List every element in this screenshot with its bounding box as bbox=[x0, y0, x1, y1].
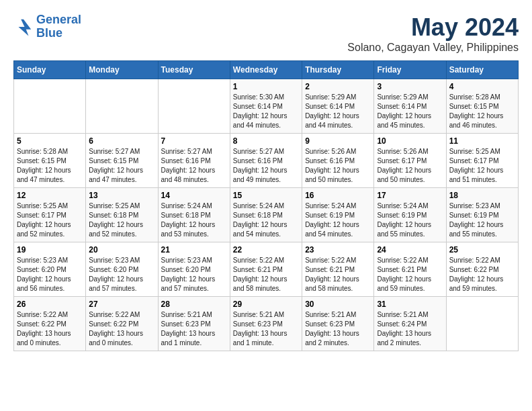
calendar-table: SundayMondayTuesdayWednesdayThursdayFrid… bbox=[13, 60, 519, 351]
day-number: 31 bbox=[377, 300, 443, 309]
calendar-cell: 24Sunrise: 5:22 AMSunset: 6:21 PMDayligh… bbox=[374, 242, 446, 297]
calendar-cell: 26Sunrise: 5:22 AMSunset: 6:22 PMDayligh… bbox=[14, 297, 86, 351]
day-number: 30 bbox=[305, 300, 371, 309]
day-info: Sunrise: 5:25 AMSunset: 6:18 PMDaylight:… bbox=[89, 201, 154, 239]
day-number: 17 bbox=[377, 191, 443, 200]
calendar-cell: 1Sunrise: 5:30 AMSunset: 6:14 PMDaylight… bbox=[230, 79, 302, 134]
calendar-cell: 6Sunrise: 5:27 AMSunset: 6:15 PMDaylight… bbox=[86, 134, 158, 188]
day-number: 27 bbox=[89, 300, 154, 309]
calendar-cell: 12Sunrise: 5:25 AMSunset: 6:17 PMDayligh… bbox=[14, 188, 86, 242]
svg-marker-0 bbox=[19, 19, 32, 36]
calendar-cell: 28Sunrise: 5:21 AMSunset: 6:23 PMDayligh… bbox=[158, 297, 230, 351]
calendar-cell: 3Sunrise: 5:29 AMSunset: 6:14 PMDaylight… bbox=[374, 79, 446, 134]
logo-icon bbox=[13, 17, 34, 37]
day-info: Sunrise: 5:23 AMSunset: 6:19 PMDaylight:… bbox=[449, 201, 515, 239]
day-number: 18 bbox=[449, 191, 515, 200]
calendar-cell: 31Sunrise: 5:21 AMSunset: 6:24 PMDayligh… bbox=[374, 297, 446, 351]
week-row-1: 1Sunrise: 5:30 AMSunset: 6:14 PMDaylight… bbox=[14, 79, 519, 134]
day-info: Sunrise: 5:26 AMSunset: 6:16 PMDaylight:… bbox=[305, 147, 371, 185]
column-header-tuesday: Tuesday bbox=[158, 61, 230, 79]
calendar-cell: 8Sunrise: 5:27 AMSunset: 6:16 PMDaylight… bbox=[230, 134, 302, 188]
calendar-header: SundayMondayTuesdayWednesdayThursdayFrid… bbox=[14, 61, 519, 79]
day-number: 20 bbox=[89, 245, 154, 255]
day-number: 19 bbox=[17, 245, 83, 255]
day-info: Sunrise: 5:23 AMSunset: 6:20 PMDaylight:… bbox=[89, 256, 154, 293]
page-header: General Blue May 2024 Solano, Cagayan Va… bbox=[13, 13, 519, 54]
day-number: 29 bbox=[233, 300, 299, 309]
day-number: 16 bbox=[305, 191, 371, 200]
calendar-cell: 11Sunrise: 5:25 AMSunset: 6:17 PMDayligh… bbox=[446, 134, 518, 188]
week-row-3: 12Sunrise: 5:25 AMSunset: 6:17 PMDayligh… bbox=[14, 188, 519, 242]
calendar-cell: 19Sunrise: 5:23 AMSunset: 6:20 PMDayligh… bbox=[14, 242, 86, 297]
calendar-cell: 4Sunrise: 5:28 AMSunset: 6:15 PMDaylight… bbox=[446, 79, 518, 134]
column-header-sunday: Sunday bbox=[14, 61, 86, 79]
day-number: 24 bbox=[377, 245, 443, 255]
day-number: 21 bbox=[161, 245, 227, 255]
day-info: Sunrise: 5:21 AMSunset: 6:23 PMDaylight:… bbox=[161, 310, 227, 348]
day-info: Sunrise: 5:22 AMSunset: 6:22 PMDaylight:… bbox=[17, 310, 83, 348]
day-info: Sunrise: 5:27 AMSunset: 6:15 PMDaylight:… bbox=[89, 147, 154, 185]
calendar-cell: 27Sunrise: 5:22 AMSunset: 6:22 PMDayligh… bbox=[86, 297, 158, 351]
day-number: 1 bbox=[233, 82, 299, 91]
week-row-4: 19Sunrise: 5:23 AMSunset: 6:20 PMDayligh… bbox=[14, 242, 519, 297]
day-info: Sunrise: 5:24 AMSunset: 6:19 PMDaylight:… bbox=[377, 201, 443, 239]
column-header-saturday: Saturday bbox=[446, 61, 518, 79]
month-title: May 2024 bbox=[347, 13, 519, 42]
logo-text: General Blue bbox=[36, 13, 81, 40]
day-info: Sunrise: 5:24 AMSunset: 6:18 PMDaylight:… bbox=[233, 201, 299, 239]
day-info: Sunrise: 5:25 AMSunset: 6:17 PMDaylight:… bbox=[449, 147, 515, 185]
calendar-cell: 10Sunrise: 5:26 AMSunset: 6:17 PMDayligh… bbox=[374, 134, 446, 188]
day-number: 9 bbox=[305, 136, 371, 146]
day-number: 8 bbox=[233, 136, 299, 146]
title-section: May 2024 Solano, Cagayan Valley, Philipp… bbox=[347, 13, 519, 54]
calendar-cell: 15Sunrise: 5:24 AMSunset: 6:18 PMDayligh… bbox=[230, 188, 302, 242]
calendar-cell: 14Sunrise: 5:24 AMSunset: 6:18 PMDayligh… bbox=[158, 188, 230, 242]
calendar-cell: 20Sunrise: 5:23 AMSunset: 6:20 PMDayligh… bbox=[86, 242, 158, 297]
calendar-cell: 18Sunrise: 5:23 AMSunset: 6:19 PMDayligh… bbox=[446, 188, 518, 242]
day-number: 3 bbox=[377, 82, 443, 91]
day-info: Sunrise: 5:27 AMSunset: 6:16 PMDaylight:… bbox=[161, 147, 227, 185]
calendar-cell: 13Sunrise: 5:25 AMSunset: 6:18 PMDayligh… bbox=[86, 188, 158, 242]
day-number: 28 bbox=[161, 300, 227, 309]
column-header-thursday: Thursday bbox=[302, 61, 374, 79]
location-subtitle: Solano, Cagayan Valley, Philippines bbox=[347, 42, 519, 54]
day-info: Sunrise: 5:22 AMSunset: 6:21 PMDaylight:… bbox=[377, 256, 443, 293]
day-number: 4 bbox=[449, 82, 515, 91]
day-number: 13 bbox=[89, 191, 154, 200]
calendar-cell: 17Sunrise: 5:24 AMSunset: 6:19 PMDayligh… bbox=[374, 188, 446, 242]
day-info: Sunrise: 5:22 AMSunset: 6:22 PMDaylight:… bbox=[449, 256, 515, 293]
day-info: Sunrise: 5:21 AMSunset: 6:24 PMDaylight:… bbox=[377, 310, 443, 348]
day-info: Sunrise: 5:23 AMSunset: 6:20 PMDaylight:… bbox=[17, 256, 83, 293]
week-row-2: 5Sunrise: 5:28 AMSunset: 6:15 PMDaylight… bbox=[14, 134, 519, 188]
calendar-body: 1Sunrise: 5:30 AMSunset: 6:14 PMDaylight… bbox=[14, 79, 519, 351]
calendar-cell: 29Sunrise: 5:21 AMSunset: 6:23 PMDayligh… bbox=[230, 297, 302, 351]
day-number: 7 bbox=[161, 136, 227, 146]
day-info: Sunrise: 5:24 AMSunset: 6:19 PMDaylight:… bbox=[305, 201, 371, 239]
day-number: 6 bbox=[89, 136, 154, 146]
calendar-cell bbox=[446, 297, 518, 351]
calendar-cell: 16Sunrise: 5:24 AMSunset: 6:19 PMDayligh… bbox=[302, 188, 374, 242]
header-row: SundayMondayTuesdayWednesdayThursdayFrid… bbox=[14, 61, 519, 79]
day-number: 12 bbox=[17, 191, 83, 200]
day-number: 25 bbox=[449, 245, 515, 255]
day-info: Sunrise: 5:29 AMSunset: 6:14 PMDaylight:… bbox=[305, 93, 371, 130]
day-info: Sunrise: 5:21 AMSunset: 6:23 PMDaylight:… bbox=[233, 310, 299, 348]
column-header-friday: Friday bbox=[374, 61, 446, 79]
day-info: Sunrise: 5:27 AMSunset: 6:16 PMDaylight:… bbox=[233, 147, 299, 185]
calendar-cell: 30Sunrise: 5:21 AMSunset: 6:23 PMDayligh… bbox=[302, 297, 374, 351]
day-number: 26 bbox=[17, 300, 83, 309]
day-info: Sunrise: 5:22 AMSunset: 6:21 PMDaylight:… bbox=[233, 256, 299, 293]
calendar-cell: 21Sunrise: 5:23 AMSunset: 6:20 PMDayligh… bbox=[158, 242, 230, 297]
day-number: 23 bbox=[305, 245, 371, 255]
calendar-cell bbox=[86, 79, 158, 134]
day-number: 10 bbox=[377, 136, 443, 146]
calendar-cell: 5Sunrise: 5:28 AMSunset: 6:15 PMDaylight… bbox=[14, 134, 86, 188]
day-info: Sunrise: 5:24 AMSunset: 6:18 PMDaylight:… bbox=[161, 201, 227, 239]
calendar-cell: 22Sunrise: 5:22 AMSunset: 6:21 PMDayligh… bbox=[230, 242, 302, 297]
day-number: 11 bbox=[449, 136, 515, 146]
day-info: Sunrise: 5:25 AMSunset: 6:17 PMDaylight:… bbox=[17, 201, 83, 239]
calendar-cell bbox=[158, 79, 230, 134]
day-info: Sunrise: 5:30 AMSunset: 6:14 PMDaylight:… bbox=[233, 93, 299, 130]
column-header-monday: Monday bbox=[86, 61, 158, 79]
day-info: Sunrise: 5:22 AMSunset: 6:21 PMDaylight:… bbox=[305, 256, 371, 293]
